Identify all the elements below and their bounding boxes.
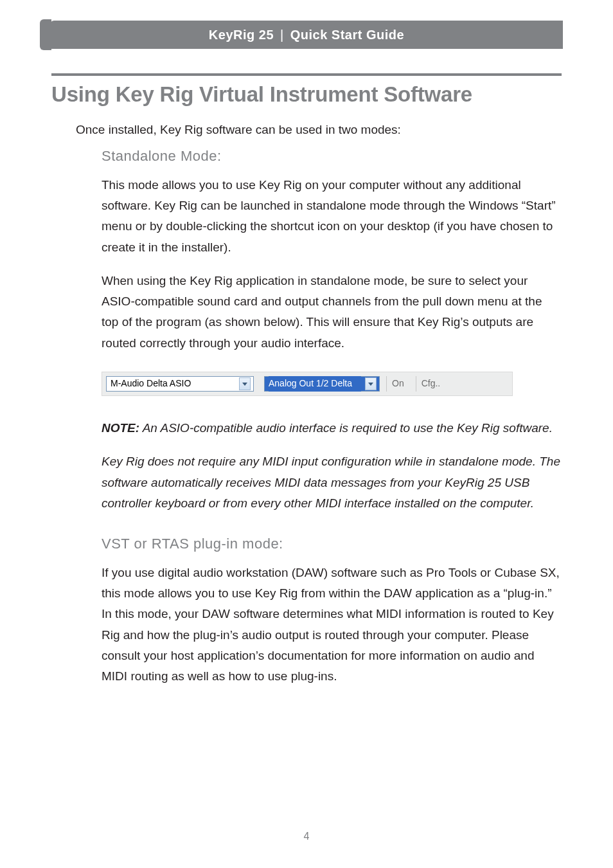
header-separator: | [280, 28, 284, 42]
chevron-down-icon [365, 377, 377, 390]
standalone-heading: Standalone Mode: [102, 144, 562, 168]
output-channel-dropdown[interactable]: Analog Out 1/2 Delta [264, 376, 380, 392]
asio-device-dropdown[interactable]: M-Audio Delta ASIO [106, 376, 254, 392]
standalone-paragraph-2: When using the Key Rig application in st… [102, 271, 562, 354]
vst-paragraph-1: If you use digital audio workstation (DA… [102, 563, 562, 687]
page-number: 4 [0, 831, 613, 842]
asio-device-value: M-Audio Delta ASIO [111, 376, 235, 392]
vst-heading: VST or RTAS plug-in mode: [102, 532, 562, 556]
page-header: KeyRig 25 | Quick Start Guide [50, 21, 563, 49]
page-title: Using Key Rig Virtual Instrument Softwar… [51, 82, 562, 107]
output-channel-value: Analog Out 1/2 Delta [269, 376, 361, 392]
intro-paragraph: Once installed, Key Rig software can be … [76, 120, 562, 140]
note-paragraph-2: Key Rig does not require any MIDI input … [102, 451, 562, 514]
audio-toolbar: M-Audio Delta ASIO Analog Out 1/2 Delta … [102, 372, 513, 396]
page-body: Once installed, Key Rig software can be … [51, 120, 562, 700]
header-doc-title: Quick Start Guide [290, 28, 404, 42]
section-rule [51, 73, 562, 76]
cfg-button[interactable]: Cfg.. [416, 376, 446, 392]
chevron-down-icon [239, 377, 251, 390]
header-product: KeyRig 25 [209, 28, 274, 42]
note-text: An ASIO-compatible audio interface is re… [139, 421, 553, 435]
note-label: NOTE: [102, 421, 139, 435]
standalone-paragraph-1: This mode allows you to use Key Rig on y… [102, 175, 562, 258]
on-button[interactable]: On [386, 376, 409, 392]
note-paragraph: NOTE: An ASIO-compatible audio interface… [102, 418, 562, 439]
